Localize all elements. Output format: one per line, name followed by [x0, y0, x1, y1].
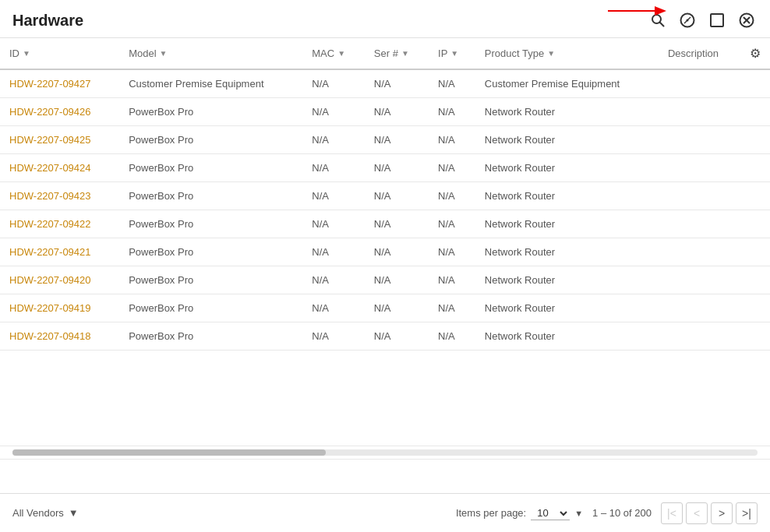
row-product_type: Network Router: [475, 294, 659, 322]
row-ip: N/A: [429, 266, 475, 294]
sort-arrow-id: ▼: [23, 49, 30, 58]
row-description: [659, 266, 770, 294]
col-id[interactable]: ID ▼: [0, 38, 119, 69]
table-row: HDW-2207-09418PowerBox ProN/AN/AN/ANetwo…: [0, 322, 770, 351]
column-settings-icon[interactable]: ⚙: [750, 46, 761, 61]
square-button[interactable]: [706, 9, 728, 31]
page-footer: All Vendors ▼ Items per page: 10 5 25 50…: [0, 493, 770, 532]
col-ser[interactable]: Ser # ▼: [365, 38, 429, 69]
svg-rect-8: [711, 14, 723, 26]
row-ser: N/A: [365, 98, 429, 126]
col-model[interactable]: Model ▼: [119, 38, 302, 69]
items-per-page-select[interactable]: 10 5 25 50 100: [531, 506, 570, 520]
first-page-button[interactable]: |<: [661, 502, 683, 524]
horizontal-scrollbar[interactable]: [0, 446, 770, 460]
row-id-link[interactable]: HDW-2207-09420: [9, 274, 91, 286]
col-description: Description ⚙: [659, 38, 770, 69]
row-product_type: Network Router: [475, 238, 659, 266]
col-ip[interactable]: IP ▼: [429, 38, 475, 69]
row-mac: N/A: [302, 182, 365, 210]
row-id-link[interactable]: HDW-2207-09427: [9, 78, 91, 90]
row-product_type: Network Router: [475, 322, 659, 351]
per-page-dropdown-arrow[interactable]: ▼: [574, 509, 583, 518]
row-model: PowerBox Pro: [119, 266, 302, 294]
row-ser: N/A: [365, 238, 429, 266]
row-ip: N/A: [429, 154, 475, 182]
page-title: Hardware: [12, 12, 83, 30]
row-description: [659, 294, 770, 322]
table-row: HDW-2207-09421PowerBox ProN/AN/AN/ANetwo…: [0, 238, 770, 266]
row-ip: N/A: [429, 210, 475, 238]
row-model: PowerBox Pro: [119, 126, 302, 154]
table-container: ID ▼ Model ▼ MAC ▼: [0, 38, 770, 446]
page-info: 1 – 10 of 200: [592, 507, 652, 519]
sort-arrow-ser: ▼: [401, 49, 409, 58]
row-mac: N/A: [302, 126, 365, 154]
table-row: HDW-2207-09420PowerBox ProN/AN/AN/ANetwo…: [0, 266, 770, 294]
col-mac[interactable]: MAC ▼: [302, 38, 365, 69]
prev-page-button[interactable]: <: [686, 502, 708, 524]
table-row: HDW-2207-09423PowerBox ProN/AN/AN/ANetwo…: [0, 182, 770, 210]
row-ip: N/A: [429, 322, 475, 351]
next-page-button[interactable]: >: [711, 502, 733, 524]
row-model: Customer Premise Equipment: [119, 69, 302, 98]
compass-icon: [680, 12, 695, 28]
table-body: HDW-2207-09427Customer Premise Equipment…: [0, 69, 770, 351]
row-description: [659, 322, 770, 351]
row-id-link[interactable]: HDW-2207-09423: [9, 190, 91, 202]
page-navigation: |< < > >|: [661, 502, 758, 524]
row-ser: N/A: [365, 322, 429, 351]
row-ser: N/A: [365, 266, 429, 294]
table-row: HDW-2207-09424PowerBox ProN/AN/AN/ANetwo…: [0, 154, 770, 182]
row-id-link[interactable]: HDW-2207-09419: [9, 302, 91, 314]
row-mac: N/A: [302, 294, 365, 322]
row-model: PowerBox Pro: [119, 294, 302, 322]
col-product-type[interactable]: Product Type ▼: [475, 38, 659, 69]
row-id-link[interactable]: HDW-2207-09425: [9, 134, 91, 146]
sort-arrow-model: ▼: [160, 49, 168, 58]
row-id-link[interactable]: HDW-2207-09421: [9, 246, 91, 258]
row-model: PowerBox Pro: [119, 182, 302, 210]
page-header: Hardware: [0, 0, 770, 38]
table-row: HDW-2207-09426PowerBox ProN/AN/AN/ANetwo…: [0, 98, 770, 126]
row-ip: N/A: [429, 69, 475, 98]
close-button[interactable]: [736, 9, 758, 31]
row-product_type: Network Router: [475, 126, 659, 154]
row-description: [659, 126, 770, 154]
row-ser: N/A: [365, 126, 429, 154]
close-icon: [739, 12, 754, 28]
sort-arrow-mac: ▼: [337, 49, 345, 58]
row-mac: N/A: [302, 210, 365, 238]
row-description: [659, 98, 770, 126]
svg-point-7: [687, 19, 689, 22]
row-product_type: Network Router: [475, 182, 659, 210]
row-description: [659, 69, 770, 98]
table-header-row: ID ▼ Model ▼ MAC ▼: [0, 38, 770, 69]
row-ser: N/A: [365, 182, 429, 210]
row-description: [659, 238, 770, 266]
vendor-dropdown-arrow[interactable]: ▼: [69, 507, 79, 519]
sort-arrow-ip: ▼: [450, 49, 458, 58]
svg-marker-1: [655, 6, 666, 16]
row-id-link[interactable]: HDW-2207-09426: [9, 106, 91, 118]
scroll-thumb[interactable]: [12, 449, 326, 456]
compass-button[interactable]: [676, 9, 698, 31]
row-id-link[interactable]: HDW-2207-09418: [9, 330, 91, 342]
row-model: PowerBox Pro: [119, 322, 302, 351]
table-row: HDW-2207-09422PowerBox ProN/AN/AN/ANetwo…: [0, 210, 770, 238]
row-product_type: Customer Premise Equipment: [475, 69, 659, 98]
row-ip: N/A: [429, 294, 475, 322]
row-ser: N/A: [365, 294, 429, 322]
row-product_type: Network Router: [475, 154, 659, 182]
row-product_type: Network Router: [475, 98, 659, 126]
row-ip: N/A: [429, 182, 475, 210]
row-id-link[interactable]: HDW-2207-09424: [9, 162, 91, 174]
sort-arrow-product-type: ▼: [547, 49, 555, 58]
row-product_type: Network Router: [475, 210, 659, 238]
row-id-link[interactable]: HDW-2207-09422: [9, 218, 91, 230]
last-page-button[interactable]: >|: [736, 502, 758, 524]
vendor-filter: All Vendors ▼: [12, 507, 79, 519]
row-ser: N/A: [365, 69, 429, 98]
row-description: [659, 182, 770, 210]
row-model: PowerBox Pro: [119, 210, 302, 238]
